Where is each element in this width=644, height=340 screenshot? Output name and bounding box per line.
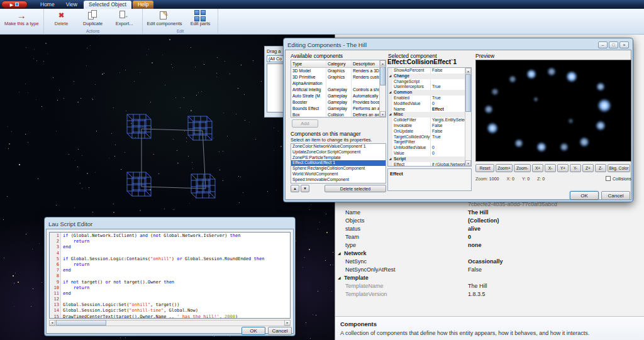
lua-ok-button[interactable]: OK — [242, 327, 265, 335]
grid-row-change[interactable]: ◢Change — [388, 74, 465, 79]
manager-component-item[interactable]: UpdateZoneColor:ScriptComponent — [291, 150, 386, 155]
available-component-row[interactable]: Auto Strafe (MGameplayAutomatically stra… — [291, 93, 379, 99]
available-components-table[interactable]: TypeCategoryDescription 3D ModelGraphics… — [291, 60, 386, 118]
dialog-titlebar[interactable]: Editing Components - The Hill – □ × — [285, 40, 631, 50]
grid-row-showaspercent[interactable]: ShowAsPercentFalse — [388, 68, 465, 74]
preview-button-x[interactable]: X- — [545, 164, 556, 172]
ribbon-button-make-this-a-type[interactable]: →Make this a type — [2, 9, 42, 26]
ribbon-tab-selected-object[interactable]: Selected Object — [84, 1, 131, 9]
ribbon-button-delete[interactable]: ✖Delete — [46, 9, 77, 26]
grid-row-useinterceptors[interactable]: UseInterceptorsTrue — [388, 84, 465, 90]
grid-row-enabled[interactable]: EnabledTrue — [388, 96, 465, 101]
property-row-templateversion[interactable]: TemplateVersion1.8.3.5 — [335, 290, 644, 298]
scrollbar-thumb[interactable] — [380, 67, 386, 85]
ribbon-button-edit-parts[interactable]: Edit parts — [184, 9, 216, 26]
grid-row-targetfilter[interactable]: TargetFilter — [388, 140, 465, 145]
scroll-left-arrow-icon[interactable]: ◄ — [49, 320, 55, 326]
grid-row-changescript[interactable]: ChangeScript — [388, 79, 465, 85]
app-menu-button[interactable]: ▶ — [1, 1, 28, 8]
minimize-icon[interactable]: – — [598, 41, 608, 48]
preview-button-y[interactable]: Y- — [570, 164, 581, 172]
preview-button-zoom[interactable]: Zoom- — [514, 164, 531, 172]
grid-row-modifiedvalue[interactable]: ModifiedValue0 — [388, 101, 465, 107]
manager-component-item[interactable]: ZoneColor:NetworkValueComponent`1 — [291, 144, 386, 150]
scroll-up-arrow-icon[interactable]: ▲ — [380, 60, 386, 66]
manager-component-item[interactable]: Speed:ImmovableComponent — [291, 177, 386, 183]
ribbon-button-duplicate[interactable]: Duplicate — [77, 9, 109, 26]
available-component-row[interactable]: Artificial IntelligGameplayControls a sh… — [291, 87, 379, 93]
manager-component-item[interactable]: ZonePS:ParticleTemplate — [291, 155, 386, 161]
property-row-team[interactable]: Team0 — [335, 233, 644, 241]
property-grid-scrollbar[interactable]: ▲ ▼ — [465, 68, 471, 166]
available-component-row[interactable]: BoxCollisionDefines an axis align — [291, 112, 379, 118]
collisions-checkbox[interactable] — [606, 176, 611, 181]
scroll-down-arrow-icon[interactable]: ▼ — [380, 111, 386, 117]
available-component-row[interactable]: 3D ModelGraphicsRenders a 3D model — [291, 68, 379, 74]
property-row-type[interactable]: typenone — [335, 241, 644, 249]
available-scrollbar[interactable]: ▲ ▼ — [379, 60, 386, 117]
scroll-up-arrow-icon[interactable]: ▲ — [465, 68, 471, 74]
ribbon-tab-view[interactable]: View — [61, 1, 82, 9]
preview-button-reset[interactable]: Reset — [475, 164, 494, 172]
manager-components-list[interactable]: ZoneColor:NetworkValueComponent`1UpdateZ… — [291, 143, 386, 184]
column-header-category[interactable]: Category — [326, 60, 352, 67]
property-row-template[interactable]: ◢Template — [335, 273, 644, 282]
manager-component-item[interactable]: Sphere:RectangleCollisionComponent — [291, 166, 386, 172]
available-component-row[interactable]: 3D PrimitiveGraphicsRenders custom 3D — [291, 74, 379, 80]
move-up-button[interactable]: ▲ — [291, 185, 299, 192]
scroll-right-arrow-icon[interactable]: ► — [284, 320, 291, 326]
grid-row-unmodifiedvalue[interactable]: UnModifiedValue0 — [388, 145, 465, 151]
available-component-row[interactable]: Bounds EffectGameplayPerforms an action … — [291, 106, 379, 112]
grid-row-name[interactable]: NameEffect — [388, 107, 465, 112]
ribbon-tab-help[interactable]: Help — [133, 1, 153, 9]
preview-button-y[interactable]: Y+ — [557, 164, 569, 172]
available-component-row[interactable]: AlphaAnimation — [291, 80, 379, 87]
grid-row-invokable[interactable]: InvokableFalse — [388, 123, 465, 129]
titlebar[interactable]: ▶ HomeViewSelected ObjectHelp — [0, 0, 644, 9]
grid-row-value[interactable]: Value0 — [388, 151, 465, 156]
column-header-type[interactable]: Type — [291, 60, 326, 67]
lua-window-titlebar[interactable]: Lau Script Editor — [46, 219, 294, 229]
grid-row-script[interactable]: ◢Script — [388, 156, 465, 162]
property-row-name[interactable]: NameThe Hill — [335, 208, 644, 216]
scrollbar-thumb[interactable] — [465, 74, 471, 112]
property-row-netsync[interactable]: NetSyncOcassionally — [335, 257, 644, 265]
preview-button-z[interactable]: Z+ — [582, 164, 594, 172]
dialog-ok-button[interactable]: OK — [570, 191, 599, 200]
add-component-button[interactable]: Add — [292, 119, 318, 128]
grid-row-misc[interactable]: ◢Misc — [388, 112, 465, 118]
code-editor[interactable]: 123456789101112131415 if (Global.Network… — [49, 232, 291, 319]
property-row-templatename[interactable]: TemplateNameThe Hill — [335, 282, 644, 290]
property-row-status[interactable]: statusalive — [335, 224, 644, 233]
close-icon[interactable]: × — [619, 41, 629, 48]
scrollbar-thumb[interactable] — [56, 320, 106, 326]
preview-button-bkg-color[interactable]: Bkg. Color — [608, 164, 630, 172]
delete-selected-button[interactable]: Delete selected — [325, 185, 386, 192]
preview-button-x[interactable]: X+ — [532, 164, 543, 172]
maximize-icon[interactable]: □ — [609, 41, 618, 48]
preview-button-z[interactable]: Z- — [595, 164, 606, 172]
grid-row-collidefilter[interactable]: CollideFilterYargis.EntitySelecto — [388, 118, 465, 123]
property-row-netsynconlyatrest[interactable]: NetSyncOnlyAtRestFalse — [335, 265, 644, 273]
code-area[interactable]: if (Global.Network.IsClient) and (not Gl… — [61, 233, 290, 318]
grid-row-targetcollidedonly[interactable]: TargetCollidedOnlyTrue — [388, 134, 465, 140]
ribbon-button-export[interactable]: →Export... — [109, 9, 140, 26]
horizontal-scrollbar[interactable]: ◄ ► — [49, 320, 291, 326]
property-row-network[interactable]: ◢Network — [335, 249, 644, 257]
lua-cancel-button[interactable]: Cancel — [268, 327, 292, 335]
ribbon-button-edit-components[interactable]: ✎Edit components — [145, 9, 185, 26]
component-property-grid[interactable]: ShowAsPercentFalse◢ChangeChangeScriptUse… — [387, 67, 472, 167]
grid-row-common[interactable]: ◢Common — [388, 90, 465, 96]
scroll-down-arrow-icon[interactable]: ▼ — [465, 160, 471, 166]
effect-preview[interactable] — [475, 60, 631, 162]
ribbon-tab-home[interactable]: Home — [35, 1, 60, 9]
grid-row-onupdate[interactable]: OnUpdateFalse — [388, 129, 465, 134]
grid-row-effect[interactable]: Effectif (Global.Network.I — [388, 162, 465, 167]
property-row-objects[interactable]: Objects(Collection) — [335, 216, 644, 224]
move-down-button[interactable]: ▼ — [301, 185, 309, 192]
preview-button-zoom[interactable]: Zoom+ — [496, 164, 513, 172]
manager-component-item[interactable]: World:WorldComponent — [291, 172, 386, 177]
manager-component-item[interactable]: Effect:CollisionEffect`1 — [291, 160, 386, 166]
dialog-cancel-button[interactable]: Cancel — [601, 191, 630, 200]
available-component-row[interactable]: BoosterGameplayProvides boost capa — [291, 99, 379, 106]
